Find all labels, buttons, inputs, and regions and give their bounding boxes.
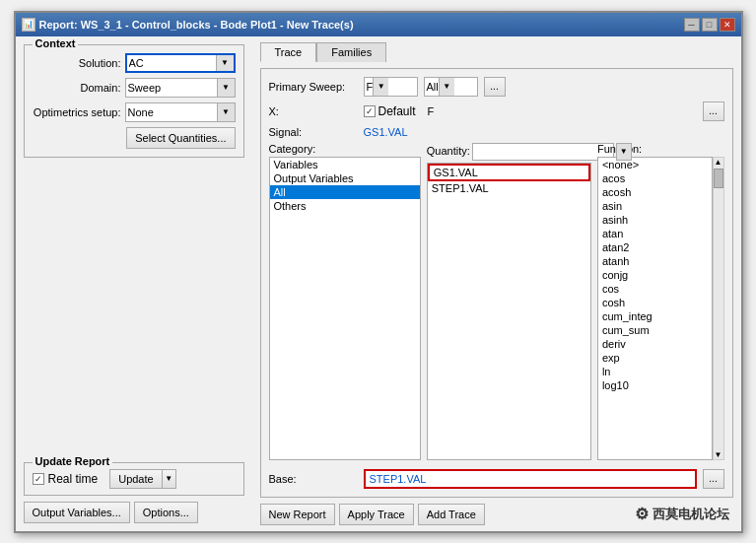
list-item[interactable]: Others — [270, 199, 420, 213]
update-dropdown-arrow[interactable]: ▼ — [163, 469, 176, 489]
list-item[interactable]: asinh — [598, 213, 712, 227]
function-scrollbar[interactable]: ▲ ▼ — [713, 157, 724, 460]
update-button[interactable]: Update — [109, 469, 162, 489]
realtime-label: Real time — [48, 472, 99, 486]
primary-sweep-label: Primary Sweep: — [269, 81, 358, 93]
tab-trace[interactable]: Trace — [260, 42, 317, 62]
primary-sweep-select[interactable]: F ▼ — [364, 77, 418, 97]
title-bar-left: 📊 Report: WS_3_1 - Control_blocks - Bode… — [22, 18, 354, 32]
signal-value: GS1.VAL — [364, 126, 408, 138]
context-group-title: Context — [33, 37, 79, 49]
bottom-left-buttons: Output Variables... Options... — [24, 502, 244, 523]
x-ellipsis[interactable]: ... — [703, 102, 724, 121]
maximize-button[interactable]: □ — [702, 18, 718, 32]
window-icon: 📊 — [22, 18, 35, 32]
category-header: Category: — [269, 143, 421, 155]
primary-sweep-range-select[interactable]: All ▼ — [424, 77, 478, 97]
quantity-search-input[interactable] — [472, 143, 614, 161]
window-title: Report: WS_3_1 - Control_blocks - Bode P… — [39, 19, 354, 31]
list-item[interactable]: atan2 — [598, 240, 712, 254]
solution-dropdown-arrow[interactable]: ▼ — [216, 55, 234, 71]
list-item[interactable]: Variables — [270, 158, 420, 171]
base-label: Base: — [269, 473, 358, 485]
domain-select[interactable]: Sweep ▼ — [125, 78, 236, 98]
list-item[interactable]: deriv — [598, 337, 712, 351]
function-col: Function: <none> acos acosh asin asinh a… — [597, 143, 724, 460]
title-buttons: ─ □ ✕ — [684, 18, 735, 32]
content-area: Context Solution: AC ▼ Domain: Sweep ▼ — [16, 36, 741, 531]
scrollbar-thumb[interactable] — [714, 169, 723, 188]
solution-label: Solution: — [33, 57, 121, 69]
primary-sweep-arrow[interactable]: ▼ — [373, 78, 388, 96]
domain-row: Domain: Sweep ▼ — [33, 78, 236, 98]
left-panel: Context Solution: AC ▼ Domain: Sweep ▼ — [16, 36, 252, 531]
action-buttons: New Report Apply Trace Add Trace — [260, 504, 485, 525]
main-window: 📊 Report: WS_3_1 - Control_blocks - Bode… — [14, 11, 743, 533]
quantity-header-row: Quantity: ▼ — [427, 143, 591, 161]
domain-label: Domain: — [33, 82, 121, 94]
base-row: Base: ... — [269, 469, 724, 489]
list-item[interactable]: asin — [598, 199, 712, 213]
right-panel: Trace Families Primary Sweep: F ▼ All ▼ — [252, 36, 741, 531]
quantity-list[interactable]: GS1.VAL STEP1.VAL — [427, 163, 591, 460]
list-item[interactable]: GS1.VAL — [428, 164, 590, 181]
x-row: X: Default F ... — [269, 102, 724, 121]
realtime-checkbox[interactable] — [33, 473, 44, 485]
quantity-header: Quantity: — [427, 145, 470, 157]
primary-sweep-row: Primary Sweep: F ▼ All ▼ ... — [269, 77, 724, 97]
quantity-col: Quantity: ▼ GS1.VAL STEP1.VAL — [427, 143, 591, 460]
x-value: F — [428, 105, 435, 117]
category-col: Category: Variables Output Variables All… — [269, 143, 421, 460]
list-item[interactable]: cum_integ — [598, 309, 712, 323]
optimetrics-dropdown-arrow[interactable]: ▼ — [217, 103, 235, 121]
base-input[interactable] — [364, 469, 697, 489]
cqf-area: Category: Variables Output Variables All… — [269, 143, 724, 460]
new-report-button[interactable]: New Report — [260, 504, 335, 525]
x-default-checkbox[interactable] — [364, 105, 376, 117]
base-ellipsis[interactable]: ... — [703, 469, 724, 489]
tab-families[interactable]: Families — [316, 42, 386, 62]
optimetrics-label: Optimetrics setup: — [33, 106, 121, 118]
primary-sweep-ellipsis[interactable]: ... — [484, 77, 506, 97]
list-item[interactable]: acos — [598, 171, 712, 185]
list-item[interactable]: All — [270, 185, 420, 199]
realtime-row: Real time Update ▼ — [33, 469, 236, 489]
solution-select[interactable]: AC ▼ — [125, 53, 236, 73]
domain-dropdown-arrow[interactable]: ▼ — [217, 79, 235, 97]
category-list[interactable]: Variables Output Variables All Others — [269, 157, 421, 460]
solution-row: Solution: AC ▼ — [33, 53, 236, 73]
apply-trace-button[interactable]: Apply Trace — [339, 504, 414, 525]
output-variables-button[interactable]: Output Variables... — [24, 502, 130, 523]
list-item[interactable]: cosh — [598, 296, 712, 309]
function-list[interactable]: <none> acos acosh asin asinh atan atan2 … — [597, 157, 713, 460]
list-item[interactable]: Output Variables — [270, 171, 420, 185]
quantity-dropdown-arrow[interactable]: ▼ — [616, 143, 632, 161]
list-item[interactable]: conjg — [598, 268, 712, 282]
add-trace-button[interactable]: Add Trace — [418, 504, 485, 525]
range-arrow[interactable]: ▼ — [439, 78, 454, 96]
watermark-icon: ⚙ — [635, 505, 649, 523]
list-item[interactable]: ln — [598, 365, 712, 378]
optimetrics-select[interactable]: None ▼ — [125, 102, 236, 122]
optimetrics-row: Optimetrics setup: None ▼ — [33, 102, 236, 122]
list-item[interactable]: acosh — [598, 185, 712, 199]
signal-row: Signal: GS1.VAL — [269, 126, 724, 138]
watermark-text: 西莫电机论坛 — [653, 506, 729, 523]
list-item[interactable]: exp — [598, 351, 712, 365]
x-default-check: Default — [364, 104, 416, 118]
list-item[interactable]: log10 — [598, 378, 712, 392]
close-button[interactable]: ✕ — [720, 18, 735, 32]
list-item[interactable]: atan — [598, 227, 712, 240]
tab-content: Primary Sweep: F ▼ All ▼ ... X: — [260, 68, 733, 498]
x-label: X: — [269, 105, 358, 117]
select-quantities-button[interactable]: Select Quantities... — [126, 127, 235, 149]
context-group: Context Solution: AC ▼ Domain: Sweep ▼ — [24, 44, 244, 158]
list-item[interactable]: STEP1.VAL — [428, 181, 590, 195]
minimize-button[interactable]: ─ — [684, 18, 700, 32]
bottom-action-bar: New Report Apply Trace Add Trace ⚙ 西莫电机论… — [260, 504, 733, 525]
options-button[interactable]: Options... — [134, 502, 198, 523]
watermark: ⚙ 西莫电机论坛 — [635, 505, 729, 523]
list-item[interactable]: cum_sum — [598, 323, 712, 337]
list-item[interactable]: cos — [598, 282, 712, 296]
list-item[interactable]: atanh — [598, 254, 712, 268]
